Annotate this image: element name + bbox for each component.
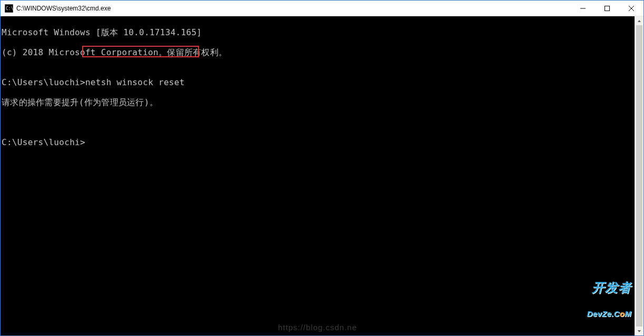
scroll-track[interactable] [635,25,643,327]
console-line-response: 请求的操作需要提升(作为管理员运行)。 [2,97,633,107]
minimize-button[interactable] [571,1,595,16]
vertical-scrollbar[interactable] [635,16,643,335]
watermark-brand-en: DevZe.CoM [587,310,631,318]
svg-rect-3 [605,6,610,11]
window-title: C:\WINDOWS\system32\cmd.exe [16,5,571,12]
svg-marker-7 [638,330,641,332]
scroll-up-button[interactable] [635,16,643,25]
console-content[interactable]: Microsoft Windows [版本 10.0.17134.165] (c… [1,16,635,335]
titlebar[interactable]: C:\ C:\WINDOWS\system32\cmd.exe [1,1,643,16]
watermark-brand: 开发者 DevZe.CoM [587,264,631,334]
prompt-prefix: C:\Users\luochi> [2,77,85,87]
scroll-thumb[interactable] [636,25,642,327]
svg-text:C:\: C:\ [6,6,13,11]
console-area: Microsoft Windows [版本 10.0.17134.165] (c… [1,16,643,335]
scroll-down-button[interactable] [635,327,643,335]
window-controls [571,1,643,16]
svg-marker-6 [638,20,641,22]
console-line-prompt1: C:\Users\luochi>netsh winsock reset [2,77,633,87]
cmd-icon: C:\ [5,4,13,13]
maximize-button[interactable] [595,1,619,16]
console-line-copyright: (c) 2018 Microsoft Corporation。保留所有权利。 [2,47,633,57]
close-button[interactable] [619,1,643,16]
watermark-url: https://blog.csdn.ne [278,322,357,332]
console-line-version: Microsoft Windows [版本 10.0.17134.165] [2,27,633,37]
watermark-brand-cn: 开发者 [587,281,631,294]
typed-command: netsh winsock reset [85,77,185,87]
console-line-prompt2: C:\Users\luochi> [2,137,633,147]
cmd-window: C:\ C:\WINDOWS\system32\cmd.exe Microsof… [0,0,644,336]
